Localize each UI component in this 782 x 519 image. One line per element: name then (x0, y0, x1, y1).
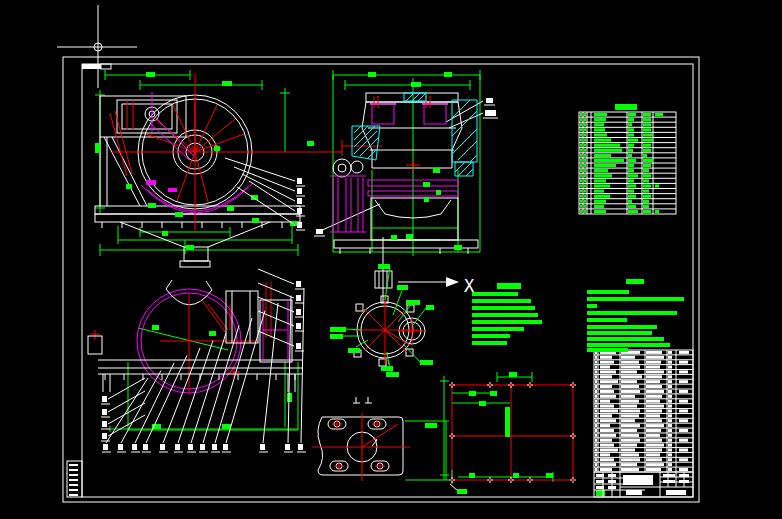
balloon-mark (296, 309, 301, 315)
bom-top-cell-text (580, 118, 582, 121)
bom-top-cell-text (580, 169, 582, 172)
bom-top-cell-text (594, 113, 607, 116)
balloon-mark (132, 444, 137, 450)
bom-top-cell-text (643, 154, 647, 157)
bom-top-cell-text (628, 195, 636, 198)
dim-text (513, 473, 519, 478)
notes-left-line (472, 292, 518, 296)
bom-bottom-cell-text (621, 449, 635, 452)
cad-drawing-canvas[interactable]: X (0, 0, 782, 519)
bom-bottom-cell-text (679, 370, 688, 373)
view-f-geometry[interactable] (318, 397, 403, 475)
view-f-cap-detail[interactable] (312, 397, 449, 481)
bom-bottom-cell-text (600, 453, 610, 456)
balloon-mark (102, 409, 107, 415)
balloon-mark (285, 444, 290, 450)
notes-right-title (626, 279, 644, 284)
dim-text (423, 182, 430, 187)
anchor-tick-center (451, 479, 453, 481)
balloon-mark (297, 208, 302, 214)
dim-text (95, 143, 100, 153)
bom-top-cell-text (643, 190, 649, 193)
balloon-mark (296, 323, 301, 329)
bom-top-cell-text (594, 144, 620, 147)
bom-top-cell-text (584, 205, 586, 208)
bom-top-cell-text (580, 200, 582, 203)
bom-bottom-cell-text (679, 439, 688, 442)
bom-top-cell-text (594, 190, 604, 193)
balloon-mark (297, 222, 302, 228)
dim-text (425, 423, 437, 428)
bom-bottom-cell-text (646, 390, 664, 393)
dim-text (214, 146, 220, 151)
bom-top-cell-text (594, 195, 610, 198)
bom-bottom-cell-text (668, 385, 672, 388)
view-f-dimension (405, 421, 449, 480)
bom-top-title (615, 104, 637, 110)
parts-list-title-block[interactable] (594, 350, 693, 497)
strip-text-dash (69, 484, 78, 486)
bom-top-cell-text (655, 113, 663, 116)
bom-top-cell-text (628, 210, 638, 213)
bom-bottom-cell-text (679, 400, 688, 403)
bom-top-cell-text (594, 139, 611, 142)
bom-bottom-cell-text (621, 463, 637, 466)
bom-top-cell-text (584, 174, 586, 177)
balloon-mark (297, 198, 302, 204)
bom-bottom-cell-text (621, 361, 639, 364)
dim-text (444, 72, 452, 77)
notes-left-title (497, 283, 521, 289)
view-d-rear-elevation[interactable] (88, 280, 302, 432)
balloon-mark (223, 444, 228, 450)
leader-text (316, 229, 323, 234)
bom-bottom-cell-text (595, 449, 597, 452)
dim-text (406, 300, 420, 305)
bom-top-cell-text (628, 144, 634, 147)
balloon-leader (203, 326, 239, 444)
bom-bottom-cell-text (595, 385, 597, 388)
bom-bottom-cell-text (595, 419, 597, 422)
bom-bottom-cell-text (595, 414, 597, 417)
leader-text (485, 110, 496, 116)
bom-bottom-cell-text (646, 449, 662, 452)
notes-left-line (472, 334, 510, 338)
bom-bottom-cell-text (668, 468, 672, 471)
notes-right-line (587, 290, 629, 294)
bom-top-cell-text (594, 159, 624, 162)
dim-text (186, 245, 194, 250)
bom-top-cell-text (628, 123, 632, 126)
sheet-zone-box (101, 64, 111, 69)
bom-bottom-cell-text (600, 385, 612, 388)
bom-bottom-cell-text (679, 449, 688, 452)
bom-top-cell-text (580, 149, 582, 152)
bom-bottom-cell-text (621, 439, 640, 442)
bom-bottom-cell-text (600, 380, 618, 383)
balloon-mark (296, 295, 301, 301)
bom-top-cell-text (584, 133, 586, 136)
view-a-side-elevation[interactable] (95, 70, 342, 267)
bom-top-cell-text (643, 149, 651, 152)
strip-text-dash (69, 469, 78, 471)
bom-top-cell-text (594, 169, 608, 172)
bom-top-cell-text (594, 210, 606, 213)
dim-text (436, 190, 441, 195)
leader-text (486, 98, 493, 103)
bom-bottom-cell-text (621, 375, 642, 378)
parts-table-top[interactable] (579, 104, 676, 214)
bom-top-cell-text (628, 205, 636, 208)
bom-bottom-cell-text (595, 370, 597, 373)
view-b-front-elevation[interactable] (318, 70, 483, 256)
bom-top-cell-text (628, 190, 634, 193)
notes-right-line (587, 343, 670, 347)
anchor-tick-center (529, 479, 531, 481)
bom-top-cell-text (655, 210, 659, 213)
bom-bottom-cell-text (668, 439, 672, 442)
bom-top-cell-text (594, 128, 605, 131)
bom-bottom-cell-text (679, 351, 689, 354)
strip-text-dash (69, 464, 78, 466)
notes-left-line (472, 306, 535, 310)
bom-top-cell-text (584, 164, 586, 167)
view-g-outline[interactable] (452, 385, 573, 480)
notes-right-line (587, 297, 684, 301)
bom-bottom-cell-text (668, 434, 672, 437)
